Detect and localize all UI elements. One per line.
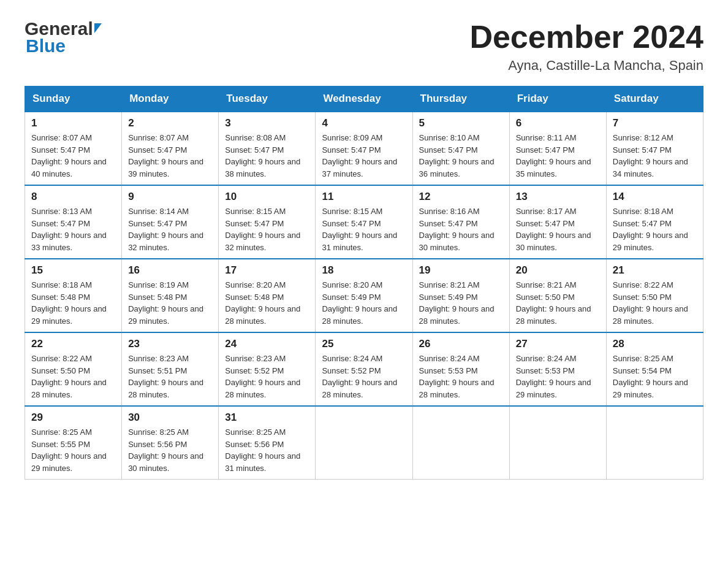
logo-triangle-icon — [94, 23, 102, 33]
page-header: General Blue December 2024 Ayna, Castill… — [25, 18, 703, 74]
day-number: 27 — [516, 338, 600, 350]
day-info: Sunrise: 8:12 AMSunset: 5:47 PMDaylight:… — [613, 132, 697, 180]
day-info: Sunrise: 8:22 AMSunset: 5:50 PMDaylight:… — [613, 279, 697, 327]
calendar-cell — [606, 406, 703, 480]
day-info: Sunrise: 8:24 AMSunset: 5:53 PMDaylight:… — [516, 353, 600, 400]
day-number: 23 — [128, 338, 212, 350]
calendar-cell: 18Sunrise: 8:20 AMSunset: 5:49 PMDayligh… — [316, 259, 412, 332]
day-info: Sunrise: 8:25 AMSunset: 5:54 PMDaylight:… — [613, 353, 697, 400]
day-number: 11 — [322, 191, 406, 203]
calendar-cell: 8Sunrise: 8:13 AMSunset: 5:47 PMDaylight… — [25, 185, 122, 259]
calendar-cell — [412, 406, 509, 480]
day-info: Sunrise: 8:20 AMSunset: 5:49 PMDaylight:… — [322, 279, 406, 327]
calendar-cell: 27Sunrise: 8:24 AMSunset: 5:53 PMDayligh… — [509, 332, 606, 406]
day-info: Sunrise: 8:13 AMSunset: 5:47 PMDaylight:… — [31, 205, 115, 253]
calendar-cell: 22Sunrise: 8:22 AMSunset: 5:50 PMDayligh… — [25, 332, 122, 406]
calendar-cell: 15Sunrise: 8:18 AMSunset: 5:48 PMDayligh… — [25, 259, 122, 332]
day-number: 7 — [613, 117, 697, 129]
calendar-cell: 25Sunrise: 8:24 AMSunset: 5:52 PMDayligh… — [316, 332, 412, 406]
day-number: 12 — [419, 191, 503, 203]
col-header-thursday: Thursday — [412, 86, 509, 112]
day-number: 8 — [31, 191, 115, 203]
calendar-cell: 14Sunrise: 8:18 AMSunset: 5:47 PMDayligh… — [606, 185, 703, 259]
day-info: Sunrise: 8:22 AMSunset: 5:50 PMDaylight:… — [31, 353, 115, 400]
calendar-cell: 3Sunrise: 8:08 AMSunset: 5:47 PMDaylight… — [219, 112, 316, 185]
calendar-cell: 4Sunrise: 8:09 AMSunset: 5:47 PMDaylight… — [316, 112, 412, 185]
day-number: 4 — [322, 117, 406, 129]
day-info: Sunrise: 8:14 AMSunset: 5:47 PMDaylight:… — [128, 205, 212, 253]
day-info: Sunrise: 8:24 AMSunset: 5:53 PMDaylight:… — [419, 353, 503, 400]
day-number: 30 — [128, 412, 212, 424]
day-number: 10 — [225, 191, 309, 203]
calendar-cell: 6Sunrise: 8:11 AMSunset: 5:47 PMDaylight… — [509, 112, 606, 185]
col-header-tuesday: Tuesday — [219, 86, 316, 112]
day-info: Sunrise: 8:20 AMSunset: 5:48 PMDaylight:… — [225, 279, 309, 327]
calendar-cell: 5Sunrise: 8:10 AMSunset: 5:47 PMDaylight… — [412, 112, 509, 185]
day-number: 15 — [31, 264, 115, 277]
day-number: 14 — [613, 191, 697, 203]
day-info: Sunrise: 8:25 AMSunset: 5:55 PMDaylight:… — [31, 426, 115, 474]
day-info: Sunrise: 8:10 AMSunset: 5:47 PMDaylight:… — [419, 132, 503, 180]
day-number: 2 — [128, 117, 212, 129]
calendar-cell: 10Sunrise: 8:15 AMSunset: 5:47 PMDayligh… — [219, 185, 316, 259]
week-row-5: 29Sunrise: 8:25 AMSunset: 5:55 PMDayligh… — [25, 406, 703, 480]
week-row-1: 1Sunrise: 8:07 AMSunset: 5:47 PMDaylight… — [25, 112, 703, 185]
calendar-cell: 13Sunrise: 8:17 AMSunset: 5:47 PMDayligh… — [509, 185, 606, 259]
calendar-cell: 23Sunrise: 8:23 AMSunset: 5:51 PMDayligh… — [122, 332, 219, 406]
title-area: December 2024 Ayna, Castille-La Mancha, … — [469, 18, 703, 74]
day-info: Sunrise: 8:07 AMSunset: 5:47 PMDaylight:… — [31, 132, 115, 180]
calendar-cell: 31Sunrise: 8:25 AMSunset: 5:56 PMDayligh… — [219, 406, 316, 480]
calendar-cell: 7Sunrise: 8:12 AMSunset: 5:47 PMDaylight… — [606, 112, 703, 185]
calendar-cell: 12Sunrise: 8:16 AMSunset: 5:47 PMDayligh… — [412, 185, 509, 259]
day-info: Sunrise: 8:07 AMSunset: 5:47 PMDaylight:… — [128, 132, 212, 180]
logo-blue-text: Blue — [26, 36, 66, 56]
day-number: 19 — [419, 264, 503, 277]
day-number: 26 — [419, 338, 503, 350]
day-number: 25 — [322, 338, 406, 350]
day-info: Sunrise: 8:18 AMSunset: 5:48 PMDaylight:… — [31, 279, 115, 327]
col-header-wednesday: Wednesday — [316, 86, 412, 112]
day-number: 21 — [613, 264, 697, 277]
day-number: 31 — [225, 412, 309, 424]
logo: General Blue — [25, 18, 102, 56]
day-number: 1 — [31, 117, 115, 129]
week-row-4: 22Sunrise: 8:22 AMSunset: 5:50 PMDayligh… — [25, 332, 703, 406]
day-info: Sunrise: 8:25 AMSunset: 5:56 PMDaylight:… — [225, 426, 309, 474]
day-number: 13 — [516, 191, 600, 203]
day-number: 24 — [225, 338, 309, 350]
day-info: Sunrise: 8:09 AMSunset: 5:47 PMDaylight:… — [322, 132, 406, 180]
calendar-cell: 30Sunrise: 8:25 AMSunset: 5:56 PMDayligh… — [122, 406, 219, 480]
day-info: Sunrise: 8:21 AMSunset: 5:50 PMDaylight:… — [516, 279, 600, 327]
calendar-cell — [316, 406, 412, 480]
month-title: December 2024 — [469, 18, 703, 55]
calendar-cell: 21Sunrise: 8:22 AMSunset: 5:50 PMDayligh… — [606, 259, 703, 332]
day-info: Sunrise: 8:25 AMSunset: 5:56 PMDaylight:… — [128, 426, 212, 474]
calendar-cell — [509, 406, 606, 480]
day-info: Sunrise: 8:24 AMSunset: 5:52 PMDaylight:… — [322, 353, 406, 400]
day-info: Sunrise: 8:08 AMSunset: 5:47 PMDaylight:… — [225, 132, 309, 180]
day-number: 9 — [128, 191, 212, 203]
calendar-cell: 2Sunrise: 8:07 AMSunset: 5:47 PMDaylight… — [122, 112, 219, 185]
day-info: Sunrise: 8:16 AMSunset: 5:47 PMDaylight:… — [419, 205, 503, 253]
week-row-3: 15Sunrise: 8:18 AMSunset: 5:48 PMDayligh… — [25, 259, 703, 332]
day-info: Sunrise: 8:11 AMSunset: 5:47 PMDaylight:… — [516, 132, 600, 180]
calendar-cell: 9Sunrise: 8:14 AMSunset: 5:47 PMDaylight… — [122, 185, 219, 259]
day-number: 6 — [516, 117, 600, 129]
day-info: Sunrise: 8:21 AMSunset: 5:49 PMDaylight:… — [419, 279, 503, 327]
calendar-table: SundayMondayTuesdayWednesdayThursdayFrid… — [25, 86, 703, 480]
calendar-cell: 28Sunrise: 8:25 AMSunset: 5:54 PMDayligh… — [606, 332, 703, 406]
day-number: 22 — [31, 338, 115, 350]
header-row: SundayMondayTuesdayWednesdayThursdayFrid… — [25, 86, 703, 112]
day-number: 17 — [225, 264, 309, 277]
calendar-cell: 26Sunrise: 8:24 AMSunset: 5:53 PMDayligh… — [412, 332, 509, 406]
day-info: Sunrise: 8:18 AMSunset: 5:47 PMDaylight:… — [613, 205, 697, 253]
calendar-cell: 11Sunrise: 8:15 AMSunset: 5:47 PMDayligh… — [316, 185, 412, 259]
calendar-cell: 19Sunrise: 8:21 AMSunset: 5:49 PMDayligh… — [412, 259, 509, 332]
day-number: 16 — [128, 264, 212, 277]
day-info: Sunrise: 8:23 AMSunset: 5:52 PMDaylight:… — [225, 353, 309, 400]
day-number: 29 — [31, 412, 115, 424]
col-header-monday: Monday — [122, 86, 219, 112]
day-info: Sunrise: 8:15 AMSunset: 5:47 PMDaylight:… — [225, 205, 309, 253]
calendar-cell: 29Sunrise: 8:25 AMSunset: 5:55 PMDayligh… — [25, 406, 122, 480]
calendar-cell: 17Sunrise: 8:20 AMSunset: 5:48 PMDayligh… — [219, 259, 316, 332]
